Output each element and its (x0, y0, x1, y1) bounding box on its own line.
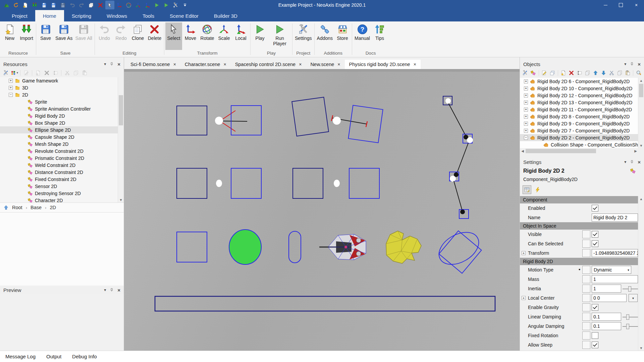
close-button[interactable]: × (629, 0, 644, 10)
reference-button[interactable] (582, 322, 590, 330)
maximize-button[interactable] (613, 0, 629, 10)
ribbon-tab-builder-3d[interactable]: Builder 3D (206, 10, 245, 21)
can-be-selected-checkbox[interactable] (592, 240, 598, 247)
qat-save-all-button[interactable] (58, 1, 67, 9)
options-button[interactable] (2, 69, 9, 76)
enable-gravity-checkbox[interactable] (592, 304, 598, 311)
scene-joint-anchor[interactable] (334, 180, 340, 187)
scene-box-body[interactable] (231, 106, 261, 135)
close-tab-icon[interactable]: × (173, 62, 176, 67)
display-mode-button[interactable]: ▾ (11, 69, 18, 76)
settings-scrollbar[interactable]: ▲ ▼ (638, 196, 644, 351)
pin-icon[interactable] (110, 288, 114, 292)
qat-select-button[interactable] (105, 1, 114, 9)
close-icon[interactable]: × (638, 160, 641, 165)
close-tab-icon[interactable]: × (223, 62, 226, 67)
status-tab-output[interactable]: Output (46, 354, 61, 359)
rotate-button[interactable]: Rotate (199, 22, 216, 50)
tree-item-rigid-body-2d-11-component-rigidbody2d[interactable]: +Rigid Body 2D 11 - Component_RigidBody2… (520, 106, 638, 113)
reference-button[interactable] (582, 331, 590, 340)
linear-damping-field[interactable]: 0.1 (592, 313, 621, 321)
scene-box-body[interactable] (177, 106, 207, 135)
copy-button[interactable] (72, 69, 79, 76)
expander-plus-icon[interactable]: + (522, 251, 526, 255)
expander-plus-icon[interactable]: + (524, 115, 528, 119)
qat-neoaxis-logo-button[interactable] (2, 1, 11, 9)
tree-item-3d[interactable]: +3D (0, 84, 118, 91)
close-tab-icon[interactable]: × (414, 62, 416, 67)
save-all-button[interactable]: Save All (74, 22, 94, 50)
tree-item-rigid-body-2d-6-component-rigidbody2d[interactable]: +Rigid Body 2D 6 - Component_RigidBody2D (520, 78, 638, 85)
store-button[interactable]: Store (334, 22, 351, 50)
scroll-down-icon[interactable]: ▼ (118, 197, 124, 202)
new-object-button[interactable] (560, 69, 567, 76)
reference-button[interactable] (582, 303, 590, 311)
expander-plus-icon[interactable]: + (524, 86, 528, 90)
enabled-checkbox[interactable] (592, 205, 598, 212)
scene-box-body[interactable] (293, 168, 323, 198)
move-down-button[interactable] (600, 69, 607, 76)
qat-local-button[interactable] (143, 1, 152, 9)
expander-plus-icon[interactable]: + (524, 108, 528, 112)
new-button[interactable]: New (1, 22, 18, 50)
delete-button[interactable] (568, 69, 575, 76)
tree-item-prismatic-constraint-2d[interactable]: Prismatic Constraint 2D (0, 155, 118, 162)
scene-spaceship-engine[interactable] (356, 251, 361, 256)
scene-chain-link[interactable] (454, 181, 462, 210)
reference-button[interactable] (582, 285, 590, 293)
slider-thumb[interactable] (626, 324, 629, 329)
up-level-icon[interactable] (3, 205, 9, 210)
scene-joint-anchor[interactable] (460, 209, 465, 214)
reference-button[interactable] (582, 294, 590, 302)
scene-joint-anchor[interactable] (445, 98, 451, 104)
qat-run-player-button[interactable] (162, 1, 171, 9)
tree-item-rigid-body-2d-2-component-rigidbody2d[interactable]: −Rigid Body 2D 2 - Component_RigidBody2D (520, 134, 638, 141)
close-tab-icon[interactable]: × (299, 62, 302, 67)
scroll-down-icon[interactable]: ▼ (638, 143, 644, 148)
tree-item-box-shape-2d[interactable]: Box Shape 2D (0, 119, 118, 126)
ribbon-tab-windows[interactable]: Windows (99, 10, 135, 21)
save-as-button[interactable]: Save As (54, 22, 74, 50)
reference-button[interactable] (582, 266, 590, 274)
play-button[interactable]: Play (252, 22, 268, 50)
tree-item-revolute-constraint-2d[interactable]: Revolute Constraint 2D (0, 147, 118, 155)
qat-import-button[interactable] (30, 1, 39, 9)
duplicate-button[interactable] (584, 69, 591, 76)
close-icon[interactable]: × (117, 288, 120, 293)
paste-button[interactable] (81, 69, 88, 76)
qat-rotate-button[interactable] (124, 1, 133, 9)
cut-button[interactable] (63, 69, 71, 76)
add-component-button[interactable] (530, 69, 537, 76)
expander-plus-icon[interactable]: + (524, 122, 528, 126)
tree-item-distance-constraint-2d[interactable]: Distance Constraint 2D (0, 169, 118, 176)
reference-button[interactable] (582, 249, 590, 257)
slider-thumb[interactable] (626, 314, 629, 320)
tree-item-collision-shape-component-collisionshape[interactable]: Collision Shape - Component_CollisionSha… (520, 141, 638, 148)
save-button[interactable]: Save (37, 22, 54, 50)
ribbon-tab-home[interactable]: Home (35, 10, 64, 21)
visible-checkbox[interactable] (592, 231, 598, 238)
reference-button[interactable] (582, 341, 590, 349)
delete-button[interactable] (43, 69, 50, 76)
local-button[interactable]: Local (232, 22, 249, 50)
panel-menu-icon[interactable]: ▾ (624, 160, 626, 164)
reference-button[interactable] (582, 230, 590, 238)
import-button[interactable]: Import (18, 22, 35, 50)
close-icon[interactable]: × (117, 62, 120, 67)
ribbon-tab-scripting[interactable]: Scripting (64, 10, 99, 21)
scene-tab-character-scene[interactable]: Character.scene× (180, 60, 231, 69)
scene-joint-anchor[interactable] (450, 176, 456, 182)
tree-item-destroying-sensor-2d[interactable]: Destroying Sensor 2D (0, 190, 118, 197)
scene-box-shape[interactable] (177, 232, 207, 262)
scene-tab-sci-fi-demo-scene[interactable]: Sci-fi Demo.scene× (126, 60, 180, 69)
reference-button[interactable] (582, 240, 590, 248)
scene-chain-link[interactable] (448, 103, 466, 136)
scene-tab-spaceship-control-2d-scene[interactable]: Spaceship control 2D.scene× (231, 60, 306, 69)
manual-button[interactable]: Manual (353, 22, 371, 50)
status-tab-message-log[interactable]: Message Log (5, 354, 36, 359)
scene-joint-anchor[interactable] (333, 117, 341, 125)
status-tab-debug-info[interactable]: Debug Info (72, 354, 97, 359)
tree-item-rigid-body-2d-10-component-rigidbody2d[interactable]: +Rigid Body 2D 10 - Component_RigidBody2… (520, 85, 638, 92)
qat-undo-button[interactable] (68, 1, 77, 9)
copy-button[interactable] (616, 69, 623, 76)
